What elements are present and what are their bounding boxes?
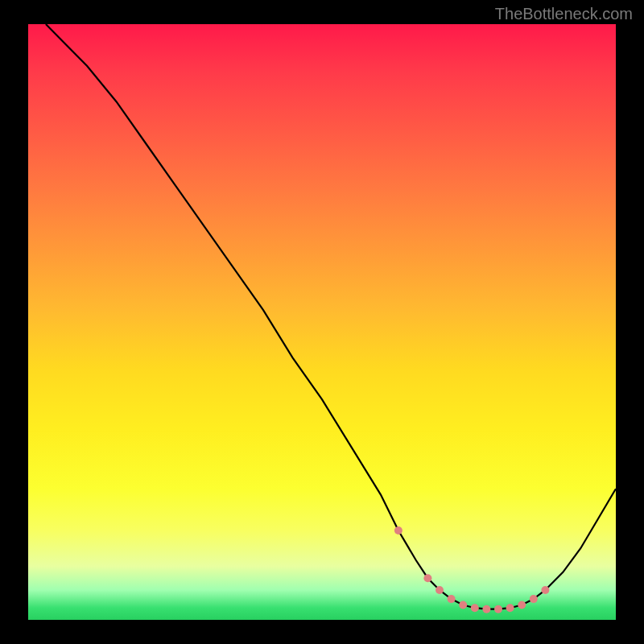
marker-dot <box>471 604 479 612</box>
marker-dot <box>518 601 526 609</box>
marker-dot <box>448 595 456 603</box>
marker-dot <box>494 605 502 613</box>
marker-dot <box>541 586 549 594</box>
bottleneck-curve <box>46 24 616 609</box>
marker-dot <box>436 586 444 594</box>
chart-svg <box>28 24 616 620</box>
curve-markers <box>394 526 550 613</box>
marker-dot <box>530 595 538 603</box>
marker-dot <box>394 526 402 535</box>
plot-area <box>28 24 616 620</box>
watermark-text: TheBottleneck.com <box>495 5 633 23</box>
marker-dot <box>459 601 467 609</box>
marker-dot <box>482 605 490 613</box>
marker-dot <box>423 574 431 582</box>
marker-dot <box>506 604 514 612</box>
